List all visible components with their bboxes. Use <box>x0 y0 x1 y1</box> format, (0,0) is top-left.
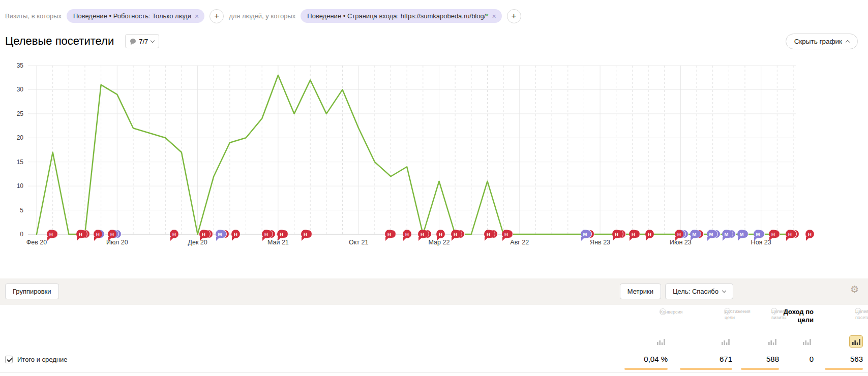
y-axis-label: 35 <box>0 62 23 69</box>
metrics-table: Конверсия0,04 %Достижения цели671Целевые… <box>0 305 868 372</box>
groupings-button[interactable]: Группировки <box>5 284 59 299</box>
filter-chip-entry-page[interactable]: Поведение • Страница входа: https://sumk… <box>301 9 501 23</box>
comment-marker[interactable]: Н <box>47 230 55 238</box>
comment-marker-letter: Н <box>170 230 178 238</box>
comment-marker-letter: Н <box>277 230 286 238</box>
totals-checkbox[interactable] <box>5 356 13 363</box>
comment-marker[interactable]: Н <box>76 230 85 238</box>
comment-marker[interactable]: Н <box>769 230 777 238</box>
x-axis-label: Фев 20 <box>26 239 47 246</box>
y-axis-label: 5 <box>0 207 23 214</box>
column-total-value: 563 <box>850 355 863 363</box>
comment-marker-letter: Н <box>418 230 427 238</box>
comment-marker-letter: М <box>754 230 762 238</box>
gear-icon[interactable]: ⚙ <box>850 285 859 294</box>
comment-marker-letter: Н <box>786 230 794 238</box>
comment-marker-letter: Н <box>199 230 208 238</box>
goal-select-button[interactable]: Цель: Спасибо <box>665 284 733 299</box>
segment-filter-bar: Визиты, в которых Поведение • Роботность… <box>0 0 868 25</box>
comment-marker[interactable]: Н <box>675 230 683 238</box>
filter-chip-robots-text: Поведение • Роботность: Только люди <box>73 12 191 20</box>
column-total-value: 588 <box>766 355 779 363</box>
comment-marker[interactable]: Н <box>645 230 654 238</box>
comment-marker[interactable]: Н <box>262 230 271 238</box>
comment-marker-letter: Н <box>385 230 394 238</box>
comments-dropdown-button[interactable]: 7/7 <box>125 34 159 48</box>
column-chart-toggle-icon[interactable] <box>654 335 668 348</box>
comment-marker[interactable]: Н <box>436 230 445 238</box>
comment-marker[interactable]: М <box>754 230 762 238</box>
comment-marker[interactable]: Н <box>94 230 102 238</box>
comment-marker[interactable]: М <box>722 230 731 238</box>
comment-marker-letter: М <box>722 230 731 238</box>
help-icon[interactable]: Конверсия <box>660 308 666 315</box>
comment-marker-letter: Н <box>108 230 116 238</box>
comment-marker[interactable]: Н <box>199 230 208 238</box>
plus-icon: + <box>214 11 219 21</box>
close-icon[interactable]: × <box>492 13 496 20</box>
close-icon[interactable]: × <box>195 13 199 20</box>
comment-marker[interactable]: Н <box>502 230 511 238</box>
comment-marker-letter: Н <box>502 230 511 238</box>
comment-marker-letter: М <box>216 230 224 238</box>
comment-marker[interactable]: Н <box>612 230 621 238</box>
column-header: Целевые посетители <box>804 308 863 322</box>
column-header: Целевые визиты <box>728 308 779 322</box>
comments-count: 7/7 <box>139 38 148 45</box>
comment-marker[interactable]: М <box>737 230 746 238</box>
comment-marker[interactable]: Н <box>170 230 178 238</box>
totals-label: Итого и средние <box>17 356 67 363</box>
comment-marker[interactable]: М <box>216 230 224 238</box>
filter-chip-entry-page-text: Поведение • Страница входа: https://sumk… <box>307 12 488 20</box>
comment-marker-letter: Н <box>231 230 240 238</box>
comment-marker-letter: Н <box>436 230 445 238</box>
comment-marker[interactable]: Н <box>385 230 394 238</box>
comment-marker[interactable]: Н <box>451 230 460 238</box>
chevron-up-icon <box>846 40 850 44</box>
add-people-filter-button[interactable]: + <box>507 9 521 23</box>
x-axis-label: Июн 23 <box>670 239 692 246</box>
hide-chart-button[interactable]: Скрыть график <box>786 34 858 49</box>
comment-marker-letter: Н <box>262 230 271 238</box>
metrics-button[interactable]: Метрики <box>620 284 661 299</box>
comment-marker[interactable]: М <box>581 230 589 238</box>
y-axis-label: 10 <box>0 182 23 190</box>
people-filter-label: для людей, у которых <box>229 12 295 20</box>
help-icon[interactable]: Целевые визиты <box>771 308 777 315</box>
help-icon[interactable]: Целевые посетители <box>855 308 861 315</box>
comment-marker[interactable]: Н <box>403 230 411 238</box>
column-header: Конверсия <box>591 308 668 316</box>
comment-marker-letter: Н <box>301 230 310 238</box>
comment-marker[interactable]: Н <box>231 230 240 238</box>
comment-marker[interactable]: Н <box>786 230 794 238</box>
comment-marker[interactable]: Н <box>301 230 310 238</box>
comment-marker-letter: М <box>581 230 589 238</box>
column-chart-toggle-icon[interactable] <box>765 335 779 348</box>
comment-marker[interactable]: Н <box>484 230 493 238</box>
comment-marker[interactable]: Н <box>805 230 814 238</box>
comment-marker[interactable]: М <box>690 230 699 238</box>
comment-marker[interactable]: Н <box>277 230 286 238</box>
filter-chip-robots[interactable]: Поведение • Роботность: Только люди × <box>67 9 204 23</box>
value-bar <box>741 368 779 370</box>
comment-marker[interactable]: М <box>707 230 715 238</box>
column-chart-toggle-icon[interactable] <box>849 335 863 348</box>
column-total-value: 0,04 % <box>644 355 668 363</box>
y-axis-label: 25 <box>0 110 23 117</box>
value-bar <box>624 368 668 370</box>
add-visit-filter-button[interactable]: + <box>209 9 224 23</box>
visitors-line-chart: 05101520253035Фев 20Июл 20Дек 20Май 21Ок… <box>0 54 868 249</box>
metric-column: Целевые посетители563 <box>804 305 863 372</box>
comment-marker-letter: Н <box>612 230 621 238</box>
comment-marker-letter: Н <box>675 230 683 238</box>
comment-marker-letter: Н <box>629 230 638 238</box>
comment-marker[interactable]: Н <box>418 230 427 238</box>
x-axis-label: Янв 23 <box>590 239 610 246</box>
chart-svg <box>0 54 868 249</box>
y-axis-label: 0 <box>0 231 23 238</box>
comment-marker-letter: Н <box>403 230 411 238</box>
chevron-down-icon <box>722 289 726 293</box>
comment-marker[interactable]: Н <box>629 230 638 238</box>
comment-marker[interactable]: Н <box>108 230 116 238</box>
comment-marker-letter: Н <box>47 230 55 238</box>
